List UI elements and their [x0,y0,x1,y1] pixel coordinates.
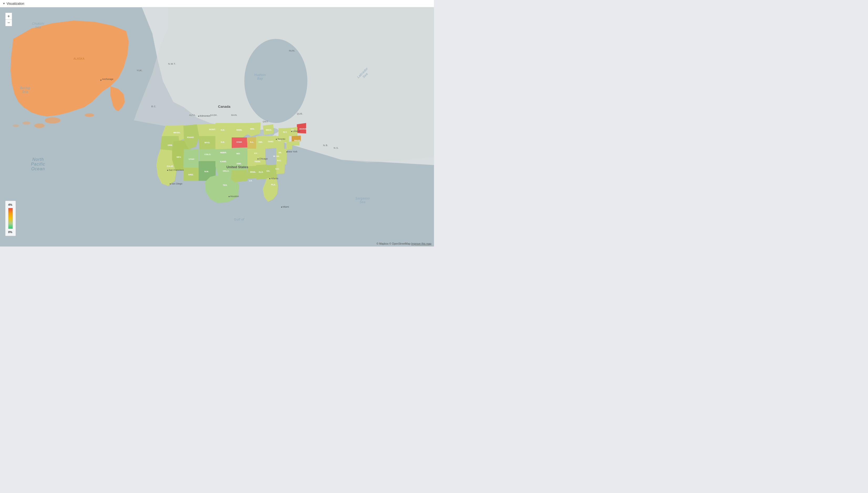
new-york-dot [286,151,287,152]
svg-point-6 [34,123,45,128]
app-container: ▼ Visualization [0,0,434,246]
openstreetmap-attribution: © OpenStreetMap [390,242,410,245]
san-diego-dot [170,184,171,185]
anchorage-dot [101,80,102,81]
svg-point-8 [22,122,30,125]
collapse-icon[interactable]: ▼ [3,2,5,5]
svg-point-7 [85,113,94,117]
svg-point-5 [45,117,61,124]
toronto-dot [276,139,277,140]
legend-gradient [8,208,13,229]
miami-dot [281,207,282,208]
attribution: © Mapbox © OpenStreetMap Improve this ma… [376,242,431,245]
zoom-controls: + − [5,13,12,26]
title-label: Visualization [6,2,24,5]
zoom-in-button[interactable]: + [5,13,12,19]
houston-dot [228,196,230,197]
legend-min-label: 0% [8,231,12,234]
title-bar: ▼ Visualization [0,0,434,7]
atlanta-dot [269,178,270,179]
map-container[interactable]: ChukchiSea BeringSea NorthPacificOcean H… [0,7,434,246]
zoom-out-button[interactable]: − [5,19,12,26]
san-francisco-dot [167,170,168,171]
svg-point-2 [244,39,307,123]
chicago-dot [258,158,259,159]
legend: 4% 0% [5,201,16,236]
mapbox-attribution: © Mapbox [376,242,388,245]
legend-max-label: 4% [8,203,12,206]
map-svg [0,7,434,246]
svg-point-9 [13,124,19,127]
ottawa-dot [291,131,292,132]
edmonton-dot [198,115,199,117]
improve-map-link[interactable]: Improve this map [411,242,431,245]
